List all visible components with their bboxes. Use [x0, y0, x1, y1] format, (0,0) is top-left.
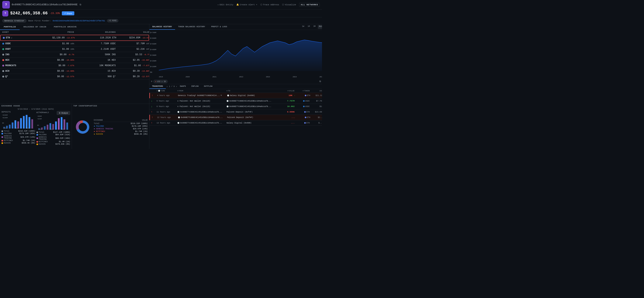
- network-badge[interactable]: ALL NETWORKS: [299, 3, 320, 6]
- tab-portfolio-archive[interactable]: PORTFOLIO ARCHIVE: [50, 24, 80, 30]
- legend-item-genesis: GENESIS TRADING $29.47M (14%): [2, 135, 35, 139]
- page-info: 1 / 9: [169, 86, 175, 88]
- tx-usd: $2...: [310, 116, 322, 118]
- share-icon: ↗: [64, 12, 66, 14]
- w-legend-bitfinex: BITFINEX $1.4M (1%): [36, 141, 70, 143]
- tx-time: 5 hours ago: [156, 100, 177, 102]
- pie-chart: [75, 120, 90, 135]
- tab-transfers[interactable]: TRANSFERS: [149, 84, 166, 89]
- svg-text:2022: 2022: [14, 127, 18, 129]
- legend-item-kucoin: KUCOIN $930.4K (0%): [2, 142, 35, 144]
- transfer-row[interactable]: ↓ 6 hours ago x FalconX: Hot Wallet (0x1…: [149, 104, 322, 109]
- copy-icon[interactable]: ⧉: [80, 4, 81, 6]
- svg-text:+$40M: +$40M: [37, 118, 42, 120]
- svg-text:2020: 2020: [3, 127, 7, 129]
- transfer-row[interactable]: ↑ 4 hours ago Genesis Trading? 0x999E77c…: [149, 93, 322, 98]
- tx-usd: $10: [310, 106, 322, 108]
- value-filter-icon[interactable]: ≡: [288, 90, 289, 92]
- transfer-row[interactable]: ↓ 5 hours ago x FalconX: Hot Wallet (0x1…: [149, 98, 322, 104]
- tx-direction-icon: ↑: [152, 116, 157, 119]
- table-row[interactable]: MOONCATS $0.00 -7.67% 10K MOONCATS $1.86…: [0, 63, 149, 68]
- y-label-200: $+200M: [150, 60, 156, 62]
- legend-dot: [36, 144, 38, 145]
- balance-chart: $+700M $+600M $+500M $+400M $+300M $+200…: [149, 30, 322, 79]
- table-row[interactable]: ACH $0.03 -13.88% 15 ACH $0.39 -13.88%: [0, 68, 149, 74]
- next-page[interactable]: ›: [176, 85, 177, 88]
- copy-icon[interactable]: ⧉: [221, 94, 222, 96]
- table-row[interactable]: USDC $1.00 ±0% 7.758M USDC $7.76M ±0%: [0, 41, 149, 46]
- svg-rect-23: [55, 122, 57, 130]
- asset-name-ins: INS: [2, 53, 36, 56]
- trace-address-button[interactable]: ⬡ Trace Address: [260, 4, 279, 6]
- funder-address[interactable]: 0xA823A034ad0C98d33Dbc023bF8a249db72f0e7…: [52, 20, 105, 22]
- tab-swaps[interactable]: SWAPS: [177, 84, 189, 89]
- cp-falconx: ● FALCONX $178.16M (85%): [94, 125, 148, 127]
- filter-close-icon[interactable]: ✕: [155, 80, 156, 83]
- tab-inflow[interactable]: INFLOW: [188, 84, 201, 89]
- cp-genesis: ● GENESIS TRADING $29.47M (14%): [94, 128, 148, 130]
- time-3m[interactable]: 3M: [312, 25, 317, 29]
- entity-bar: Genesis Creditor Base First Funder: 0xA8…: [0, 18, 322, 24]
- top-counterparties-panel: TOP COUNTERPARTIES: [72, 104, 149, 149]
- time-all[interactable]: ALL: [318, 25, 322, 29]
- time-1w[interactable]: 1W: [301, 25, 305, 29]
- token-filter-icon[interactable]: ≡: [303, 90, 304, 92]
- token-dot: [303, 100, 304, 102]
- mooncats-dot: [2, 65, 4, 66]
- table-row[interactable]: HEX $0.00 -15.06% 1K HEX $2.95 -15.06%: [0, 58, 149, 63]
- more-badge[interactable]: +5 MORE: [107, 19, 118, 22]
- share-button[interactable]: ↗ Share: [62, 11, 74, 15]
- withdrawals-chart: 2020 2022 2024 $0 +$40M +$80M: [36, 115, 70, 130]
- table-row[interactable]: INS $0.00 -0.7% 500K INS $3.53 -0.7%: [0, 52, 149, 58]
- svg-text:+$80M: +$80M: [37, 115, 42, 117]
- app-logo: ?: [2, 1, 10, 8]
- usd-filter-badge[interactable]: ✕ USD ≥ $8: [153, 80, 168, 83]
- filter-sort-icon[interactable]: ≡: [156, 90, 158, 92]
- col-holdings: HOLDINGS: [74, 31, 116, 33]
- deposits-section: DEPOSITS: [2, 111, 35, 146]
- tab-token-balances[interactable]: TOKEN BALANCES HISTORY: [175, 24, 208, 30]
- trace-icon: ⬡: [260, 4, 262, 6]
- ins-value: $3.53 -0.7%: [116, 53, 149, 56]
- clock-icon-2: 🕐: [227, 94, 229, 96]
- eth-holdings: 110.252K ETH: [75, 36, 116, 39]
- usdc-holdings: 7.758M USDC: [74, 42, 116, 45]
- hex-dot: [2, 59, 4, 61]
- create-alert-button[interactable]: 🔔 Create Alert +: [236, 4, 257, 6]
- analyze-button[interactable]: ⚙ Analyze: [57, 111, 70, 115]
- svg-point-35: [79, 123, 87, 131]
- tab-balances-history[interactable]: BALANCES HISTORY: [149, 24, 175, 30]
- clock-icon-5: 🕐: [177, 111, 180, 113]
- tx-direction-icon: ↑: [151, 122, 156, 124]
- edit-icon: ✏: [218, 4, 219, 6]
- table-row[interactable]: Q* $0.00 -12.57% 900 Q* $0.28 -12.57%: [0, 74, 149, 80]
- tab-profit-loss[interactable]: PROFIT & LOSS: [208, 24, 230, 30]
- transfer-row[interactable]: ↑ 13 hours ago 🕐 0x999E77c988C4C1451d3B1…: [149, 120, 322, 126]
- svg-rect-8: [26, 115, 28, 128]
- expand-icon[interactable]: ⧉: [319, 80, 321, 83]
- transfer-row[interactable]: ↑ 11 hours ago 🕐 0x999E77c988C4C1451d3B1…: [149, 109, 322, 115]
- table-row[interactable]: ETH ↗ $2,130.09 -13.67% 110.252K ETH $23…: [0, 35, 149, 41]
- usdt-value: $2.21K ±0%: [116, 48, 149, 50]
- tab-portfolio[interactable]: PORTFOLIO: [0, 24, 20, 30]
- time-1m[interactable]: 1M: [306, 25, 311, 29]
- from-filter-icon[interactable]: ≡: [177, 90, 178, 92]
- tab-holdings-chain[interactable]: HOLDINGS BY CHAIN: [20, 24, 50, 30]
- tx-usd: $7.76M: [310, 100, 322, 102]
- tx-from: 🕐 0x999E77c988C4C1451d3B1c104a6cca78...: [177, 111, 226, 113]
- to-filter-icon[interactable]: ≡: [226, 90, 228, 92]
- eth-trend-icon: ↗: [11, 37, 12, 39]
- transfer-row[interactable]: ↑ 12 hours ago 🕐 0x999E77c988C4C1451d3B1…: [149, 115, 322, 120]
- tx-from: x FalconX: Hot Wallet (0x115): [177, 106, 226, 108]
- usdc-price: $1.00 ±0%: [36, 42, 74, 45]
- svg-rect-20: [46, 124, 48, 130]
- edit-entity-button[interactable]: ✏ Edit Entity: [218, 4, 233, 6]
- x-label-2021: 2021: [212, 76, 216, 78]
- visualize-button[interactable]: ⬡ Visualize: [282, 4, 296, 6]
- tab-outflow[interactable]: OUTFLOW: [201, 84, 215, 89]
- table-row[interactable]: USDT $1.00 ±0% 2.214K USDT $2.21K ±0%: [0, 46, 149, 52]
- x-label-2024: 2024: [293, 76, 297, 78]
- tx-time: 13 hours ago: [156, 122, 177, 124]
- prev-page[interactable]: ‹: [166, 85, 168, 88]
- usdt-holdings: 2.214K USDT: [74, 48, 116, 50]
